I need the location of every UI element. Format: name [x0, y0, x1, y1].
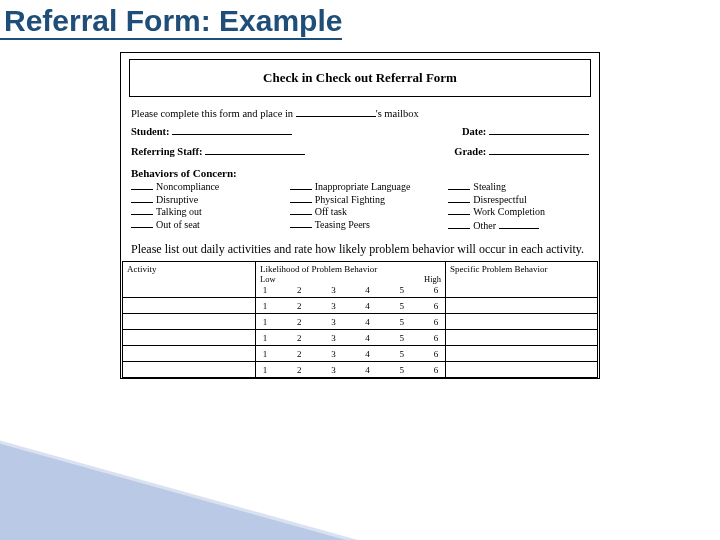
mailbox-blank[interactable] [296, 107, 376, 117]
behaviors-col-1: Noncompliance Disruptive Talking out Out… [131, 181, 272, 232]
behavior-label: Out of seat [156, 219, 200, 230]
scale-num[interactable]: 5 [397, 349, 407, 359]
activity-cell[interactable] [123, 330, 256, 346]
behavior-check[interactable] [448, 181, 470, 190]
scale-num[interactable]: 2 [294, 301, 304, 311]
likelihood-cell[interactable]: 123456 [256, 298, 446, 314]
intro-prefix: Please complete this form and place in [131, 108, 296, 119]
table-row: 123456 [123, 330, 598, 346]
behavior-item: Disruptive [131, 194, 272, 207]
scale-num: 1 [260, 285, 270, 295]
behavior-item: Disrespectful [448, 194, 589, 207]
activity-cell[interactable] [123, 314, 256, 330]
scale-num: 5 [397, 285, 407, 295]
table-row: 123456 [123, 298, 598, 314]
likelihood-cell[interactable]: 123456 [256, 346, 446, 362]
date-blank[interactable] [489, 125, 589, 135]
behavior-item: Off task [290, 206, 431, 219]
behavior-check[interactable] [448, 194, 470, 203]
scale-num[interactable]: 5 [397, 365, 407, 375]
behavior-label: Other [473, 220, 496, 231]
scale-num[interactable]: 2 [294, 365, 304, 375]
scale-nums: 123456 [260, 364, 441, 375]
behavior-check[interactable] [448, 220, 470, 229]
behaviors-grid: Noncompliance Disruptive Talking out Out… [121, 181, 599, 238]
scale-num[interactable]: 4 [363, 317, 373, 327]
referring-staff-label: Referring Staff: [131, 146, 202, 157]
table-body: 123456 123456 123456 123456 123456 [123, 298, 598, 378]
scale-num[interactable]: 1 [260, 317, 270, 327]
scale-num[interactable]: 1 [260, 349, 270, 359]
scale-num[interactable]: 1 [260, 333, 270, 343]
behavior-item: Work Completion [448, 206, 589, 219]
scale-num[interactable]: 4 [363, 301, 373, 311]
table-row: 123456 [123, 362, 598, 378]
behavior-check[interactable] [448, 206, 470, 215]
specific-cell[interactable] [446, 330, 598, 346]
scale-num[interactable]: 3 [328, 301, 338, 311]
grade-blank[interactable] [489, 145, 589, 155]
likelihood-title: Likelihood of Problem Behavior [260, 264, 441, 274]
scale-num[interactable]: 6 [431, 333, 441, 343]
scale-num[interactable]: 5 [397, 333, 407, 343]
behavior-item: Other [448, 219, 589, 233]
decorative-triangle-1 [0, 430, 511, 540]
likelihood-cell[interactable]: 123456 [256, 362, 446, 378]
scale-num[interactable]: 6 [431, 301, 441, 311]
activity-cell[interactable] [123, 346, 256, 362]
scale-num[interactable]: 5 [397, 301, 407, 311]
behavior-item: Teasing Peers [290, 219, 431, 232]
behavior-label: Work Completion [473, 206, 545, 217]
behavior-check[interactable] [131, 194, 153, 203]
activity-cell[interactable] [123, 298, 256, 314]
specific-cell[interactable] [446, 314, 598, 330]
specific-cell[interactable] [446, 298, 598, 314]
slide-title: Referral Form: Example [0, 0, 342, 40]
student-label: Student: [131, 126, 170, 137]
referral-form: Check in Check out Referral Form Please … [120, 52, 600, 379]
specific-cell[interactable] [446, 346, 598, 362]
scale-num[interactable]: 4 [363, 349, 373, 359]
scale-num[interactable]: 3 [328, 349, 338, 359]
behavior-check[interactable] [131, 219, 153, 228]
scale-num[interactable]: 2 [294, 349, 304, 359]
form-title: Check in Check out Referral Form [129, 59, 591, 97]
scale-nums: 123456 [260, 300, 441, 311]
behavior-label: Stealing [473, 181, 506, 192]
scale-num[interactable]: 3 [328, 333, 338, 343]
activity-cell[interactable] [123, 362, 256, 378]
scale-num[interactable]: 6 [431, 349, 441, 359]
student-blank[interactable] [172, 125, 292, 135]
row-staff-grade: Referring Staff: Grade: [121, 141, 599, 161]
specific-cell[interactable] [446, 362, 598, 378]
scale-num[interactable]: 3 [328, 365, 338, 375]
scale-num[interactable]: 6 [431, 365, 441, 375]
likelihood-cell[interactable]: 123456 [256, 314, 446, 330]
behavior-check[interactable] [290, 206, 312, 215]
col-activity: Activity [123, 262, 256, 298]
scale-low: Low [260, 274, 276, 284]
scale-num[interactable]: 4 [363, 333, 373, 343]
behavior-check[interactable] [290, 181, 312, 190]
behavior-label: Disruptive [156, 194, 198, 205]
likelihood-cell[interactable]: 123456 [256, 330, 446, 346]
behavior-check[interactable] [290, 219, 312, 228]
behavior-check[interactable] [290, 194, 312, 203]
behavior-check[interactable] [131, 206, 153, 215]
scale-num[interactable]: 2 [294, 333, 304, 343]
scale-nums-header: 1 2 3 4 5 6 [260, 284, 441, 295]
scale-num[interactable]: 2 [294, 317, 304, 327]
behavior-check[interactable] [131, 181, 153, 190]
other-blank[interactable] [499, 219, 539, 229]
behavior-label: Off task [315, 206, 347, 217]
table-row: 123456 [123, 314, 598, 330]
scale-num[interactable]: 3 [328, 317, 338, 327]
scale-num[interactable]: 1 [260, 365, 270, 375]
referring-staff-blank[interactable] [205, 145, 305, 155]
intro-suffix: 's mailbox [376, 108, 419, 119]
scale-num[interactable]: 6 [431, 317, 441, 327]
scale-num[interactable]: 5 [397, 317, 407, 327]
scale-num[interactable]: 4 [363, 365, 373, 375]
scale-num[interactable]: 1 [260, 301, 270, 311]
behaviors-col-2: Inappropriate Language Physical Fighting… [290, 181, 431, 232]
